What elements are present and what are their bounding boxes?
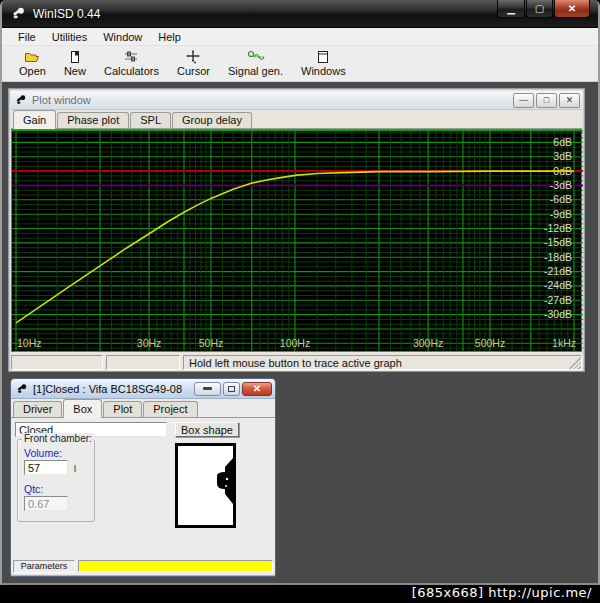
tab-phase-plot[interactable]: Phase plot	[57, 112, 129, 128]
gain-plot[interactable]: 6dB3dB0dB-3dB-6dB-9dB-12dB-15dB-18dB-21d…	[12, 130, 583, 351]
svg-text:-27dB: -27dB	[544, 294, 572, 306]
svg-text:30Hz: 30Hz	[137, 337, 162, 349]
front-chamber-group: Front chamber: Volume: l Qtc:	[17, 439, 95, 522]
menu-window[interactable]: Window	[95, 30, 150, 44]
toolbar-new-label: New	[64, 65, 86, 77]
plot-close-button[interactable]: ✕	[559, 93, 580, 108]
svg-text:-15dB: -15dB	[544, 236, 572, 248]
desktop: WinISD 0.44 ▁ ▢ ✕ File Utilities Window …	[0, 0, 600, 603]
status-panel-2	[106, 355, 180, 370]
parameters-status-label: Parameters	[13, 560, 75, 573]
front-chamber-label: Front chamber:	[22, 433, 94, 444]
close-button[interactable]: ✕	[554, 0, 590, 18]
volume-unit-label: l	[74, 464, 76, 474]
resize-grip[interactable]	[569, 357, 581, 369]
plot-window-titlebar[interactable]: Plot window — □ ✕	[11, 91, 582, 110]
open-folder-icon	[24, 49, 40, 65]
mdi-workspace: Plot window — □ ✕ Gain Phase plot SPL Gr…	[2, 82, 598, 583]
toolbar-open-label: Open	[19, 65, 46, 77]
tab-box[interactable]: Box	[63, 399, 102, 418]
box-close-button[interactable]: ✕	[242, 382, 272, 396]
svg-text:-24dB: -24dB	[544, 279, 572, 291]
minimize-button[interactable]: ▁	[497, 0, 525, 18]
tab-group-delay[interactable]: Group delay	[172, 112, 252, 128]
svg-text:-6dB: -6dB	[550, 193, 572, 205]
main-window-controls: ▁ ▢ ✕	[496, 0, 590, 18]
plot-window-title: Plot window	[32, 94, 511, 106]
plot-window-icon	[15, 94, 27, 106]
box-minimize-button[interactable]	[194, 382, 221, 396]
plot-minimize-button[interactable]: —	[513, 93, 534, 108]
calculator-sliders-icon	[123, 49, 139, 65]
box-window-title: [1]Closed : Vifa BC18SG49-08	[33, 383, 192, 395]
toolbar: Open New Calculators Cursor	[2, 46, 598, 82]
status-panel-1	[11, 355, 103, 370]
qtc-input	[24, 496, 68, 511]
box-window-client: Driver Box Plot Project Box shape Front …	[11, 399, 275, 575]
svg-text:50Hz: 50Hz	[199, 337, 224, 349]
svg-text:3dB: 3dB	[553, 150, 572, 162]
volume-label: Volume:	[24, 447, 62, 459]
svg-text:500Hz: 500Hz	[475, 337, 505, 349]
new-document-icon	[67, 49, 83, 65]
svg-text:1kHz: 1kHz	[552, 337, 576, 349]
svg-text:-21dB: -21dB	[544, 265, 572, 277]
toolbar-new-button[interactable]: New	[55, 48, 95, 78]
box-tabbar: Driver Box Plot Project	[11, 400, 275, 418]
toolbar-windows-button[interactable]: Windows	[292, 48, 355, 78]
tab-driver[interactable]: Driver	[13, 401, 62, 417]
box-statusbar: Parameters	[13, 559, 273, 573]
toolbar-signalgen-label: Signal gen.	[228, 65, 283, 77]
main-titlebar: WinISD 0.44 ▁ ▢ ✕	[2, 0, 598, 28]
toolbar-cursor-button[interactable]: Cursor	[168, 48, 219, 78]
svg-text:6dB: 6dB	[553, 136, 572, 148]
tab-project[interactable]: Project	[143, 401, 197, 417]
box-window-titlebar[interactable]: [1]Closed : Vifa BC18SG49-08 ✕	[11, 379, 275, 399]
menu-help[interactable]: Help	[150, 30, 189, 44]
plot-window: Plot window — □ ✕ Gain Phase plot SPL Gr…	[8, 88, 585, 372]
sine-wave-icon	[247, 49, 265, 65]
tab-gain[interactable]: Gain	[13, 110, 56, 129]
plot-maximize-button[interactable]: □	[536, 93, 557, 108]
box-window-icon	[16, 383, 28, 395]
volume-input[interactable]	[24, 460, 68, 475]
toolbar-windows-label: Windows	[301, 65, 346, 77]
cursor-crosshair-icon	[185, 49, 201, 65]
qtc-label: Qtc:	[24, 483, 43, 495]
maximize-button[interactable]: ▢	[526, 0, 553, 18]
gain-plot-area[interactable]: 6dB3dB0dB-3dB-6dB-9dB-12dB-15dB-18dB-21d…	[11, 129, 582, 352]
svg-text:10Hz: 10Hz	[17, 337, 42, 349]
box-maximize-button[interactable]	[223, 382, 240, 396]
menu-utilities[interactable]: Utilities	[44, 30, 95, 44]
toolbar-open-button[interactable]: Open	[10, 48, 55, 78]
tab-spl[interactable]: SPL	[130, 112, 171, 128]
box-parameters-window: [1]Closed : Vifa BC18SG49-08 ✕ Driver Bo…	[10, 378, 276, 577]
progress-yellow-bar	[78, 560, 273, 572]
menubar: File Utilities Window Help	[2, 28, 598, 46]
winisd-main-window: WinISD 0.44 ▁ ▢ ✕ File Utilities Window …	[0, 0, 600, 585]
toolbar-calculators-label: Calculators	[104, 65, 159, 77]
box-shape-drawing	[175, 443, 236, 528]
tab-plot[interactable]: Plot	[103, 401, 142, 417]
speaker-driver-icon	[210, 457, 234, 507]
svg-text:-9dB: -9dB	[550, 208, 572, 220]
svg-text:-12dB: -12dB	[544, 222, 572, 234]
box-shape-button[interactable]: Box shape	[175, 422, 239, 437]
svg-text:300Hz: 300Hz	[413, 337, 443, 349]
toolbar-calculators-button[interactable]: Calculators	[95, 48, 168, 78]
watermark: [685x668] http://upic.me/	[412, 585, 592, 600]
svg-text:-3dB: -3dB	[550, 179, 572, 191]
plot-tabbar: Gain Phase plot SPL Group delay	[11, 110, 582, 129]
toolbar-signalgen-button[interactable]: Signal gen.	[219, 48, 292, 78]
status-panel-hint: Hold left mouse button to trace active g…	[183, 355, 582, 370]
svg-text:-30dB: -30dB	[544, 308, 572, 320]
menu-file[interactable]: File	[10, 30, 44, 44]
svg-text:-18dB: -18dB	[544, 251, 572, 263]
winisd-app-icon	[11, 6, 26, 21]
svg-text:100Hz: 100Hz	[280, 337, 310, 349]
plot-statusbar: Hold left mouse button to trace active g…	[11, 352, 582, 371]
toolbar-cursor-label: Cursor	[177, 65, 210, 77]
window-icon	[315, 49, 331, 65]
main-window-title: WinISD 0.44	[33, 7, 100, 21]
